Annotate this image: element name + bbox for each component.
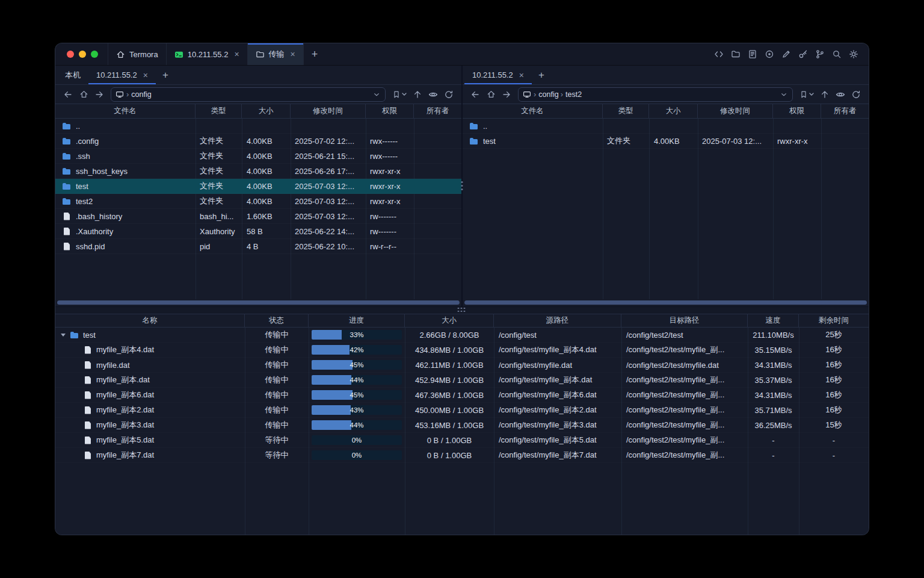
key-icon[interactable]	[798, 49, 808, 59]
chevron-down-icon[interactable]	[780, 90, 788, 99]
transfer-row[interactable]: myfile_副本7.dat 等待中 0% 0 B / 1.00GB /conf…	[55, 448, 869, 463]
splitter-grip[interactable]	[458, 308, 467, 314]
edit-icon[interactable]	[781, 49, 791, 59]
show-hidden-button[interactable]	[833, 87, 848, 102]
up-directory-button[interactable]	[818, 87, 832, 102]
transfer-splitter[interactable]	[55, 306, 869, 314]
breadcrumb-segment[interactable]: › config	[126, 90, 152, 99]
file-row[interactable]: sshd.pid pid 4 B 2025-06-22 10:... rw-r-…	[55, 239, 461, 254]
transfer-row[interactable]: myfile_副本6.dat 传输中 45% 467.36MB / 1.00GB…	[55, 388, 869, 403]
horizontal-scrollbar[interactable]	[57, 300, 460, 305]
column-header-type[interactable]: 类型	[196, 104, 242, 118]
transfer-row[interactable]: myfile.dat 传输中 45% 462.11MB / 1.00GB /co…	[55, 358, 869, 373]
new-tab-button[interactable]: +	[304, 43, 326, 65]
add-session-tab-button[interactable]: +	[532, 66, 551, 84]
transfer-row[interactable]: myfile_副本5.dat 等待中 0% 0 B / 1.00GB /conf…	[55, 433, 869, 448]
log-icon[interactable]	[748, 49, 757, 59]
close-window-button[interactable]	[67, 51, 74, 58]
forward-button[interactable]	[92, 87, 106, 102]
chevron-down-icon[interactable]	[372, 90, 381, 99]
column-header-perm[interactable]: 权限	[773, 104, 821, 118]
column-header-remaining[interactable]: 剩余时间	[799, 314, 869, 327]
file-row[interactable]: ..	[55, 119, 461, 134]
search-icon[interactable]	[832, 49, 842, 59]
tab-session[interactable]: 10.211.55.2 ×	[88, 66, 156, 84]
minimize-window-button[interactable]	[79, 51, 86, 58]
close-icon[interactable]: ×	[143, 71, 148, 79]
transfer-row[interactable]: myfile_副本4.dat 传输中 42% 434.86MB / 1.00GB…	[55, 343, 869, 358]
settings-icon[interactable]	[849, 49, 858, 59]
file-row[interactable]: .bash_history bash_hi... 1.60KB 2025-07-…	[55, 209, 461, 224]
back-button[interactable]	[61, 87, 75, 102]
file-row[interactable]: .Xauthority Xauthority 58 B 2025-06-22 1…	[55, 224, 461, 239]
horizontal-scrollbar[interactable]	[464, 300, 867, 305]
tab-session[interactable]: 10.211.55.2 ×	[464, 66, 532, 84]
column-header-size[interactable]: 大小	[242, 104, 291, 118]
file-row[interactable]: ..	[463, 119, 869, 134]
up-directory-button[interactable]	[410, 87, 425, 102]
bookmark-button[interactable]	[390, 90, 409, 99]
column-header-name[interactable]: 名称	[55, 314, 245, 327]
tab-session-10-211-55-2[interactable]: 10.211.55.2 ×	[167, 43, 248, 65]
transfer-row[interactable]: myfile_副本2.dat 传输中 43% 450.00MB / 1.00GB…	[55, 403, 869, 418]
close-icon[interactable]: ×	[291, 50, 295, 58]
file-row[interactable]: test 文件夹 4.00KB 2025-07-03 12:... rwxr-x…	[463, 134, 869, 149]
column-header-type[interactable]: 类型	[603, 104, 649, 118]
chevron-down-icon[interactable]	[60, 334, 66, 337]
transfer-row[interactable]: test 传输中 33% 2.66GB / 8.00GB /config/tes…	[55, 328, 869, 343]
column-header-perm[interactable]: 权限	[366, 104, 414, 118]
column-header-destination[interactable]: 目标路径	[621, 314, 748, 327]
transfer-row[interactable]: myfile_副本.dat 传输中 44% 452.94MB / 1.00GB …	[55, 373, 869, 388]
transfer-progress-cell: 44%	[309, 420, 405, 430]
breadcrumb-segment[interactable]: › test2	[561, 90, 582, 99]
file-icon	[83, 376, 93, 385]
left-nav-bar: › config	[55, 85, 461, 104]
transfer-speed: 34.31MB/s	[748, 391, 799, 400]
column-header-speed[interactable]: 速度	[748, 314, 799, 327]
close-icon[interactable]: ×	[519, 71, 524, 79]
folder-icon[interactable]	[731, 49, 741, 59]
file-row[interactable]: test2 文件夹 4.00KB 2025-07-03 12:... rwxr-…	[55, 194, 461, 209]
close-icon[interactable]: ×	[234, 50, 239, 58]
file-name-cell: test2	[55, 197, 196, 206]
bookmark-button[interactable]	[797, 90, 816, 99]
column-header-mtime[interactable]: 修改时间	[291, 104, 366, 118]
add-session-tab-button[interactable]: +	[156, 66, 175, 84]
transfer-speed: 35.37MB/s	[748, 376, 799, 385]
file-row[interactable]: .config 文件夹 4.00KB 2025-07-02 12:... rwx…	[55, 134, 461, 149]
forward-button[interactable]	[499, 87, 514, 102]
file-row[interactable]: ssh_host_keys 文件夹 4.00KB 2025-06-26 17:.…	[55, 164, 461, 179]
path-bar[interactable]: › config › test2	[518, 87, 793, 102]
record-icon[interactable]	[765, 49, 774, 59]
progress-label: 0%	[312, 435, 402, 445]
path-bar[interactable]: › config	[111, 87, 386, 102]
tab-label: 10.211.55.2	[188, 50, 229, 59]
column-header-name[interactable]: 文件名	[55, 104, 196, 118]
column-header-size[interactable]: 大小	[405, 314, 494, 327]
tab-transfer[interactable]: 传输 ×	[248, 43, 304, 65]
column-header-owner[interactable]: 所有者	[821, 104, 869, 118]
refresh-button[interactable]	[442, 87, 456, 102]
column-header-status[interactable]: 状态	[245, 314, 309, 327]
breadcrumb-segment[interactable]: › config	[534, 90, 559, 99]
transfer-row[interactable]: myfile_副本3.dat 传输中 44% 453.16MB / 1.00GB…	[55, 418, 869, 433]
column-header-source[interactable]: 源路径	[494, 314, 621, 327]
branch-icon[interactable]	[815, 49, 825, 59]
file-mtime: 2025-06-22 10:...	[291, 242, 366, 251]
home-button[interactable]	[484, 87, 498, 102]
column-header-name[interactable]: 文件名	[463, 104, 603, 118]
refresh-button[interactable]	[849, 87, 863, 102]
column-header-owner[interactable]: 所有者	[414, 104, 461, 118]
code-icon[interactable]	[714, 49, 724, 59]
column-header-progress[interactable]: 进度	[309, 314, 405, 327]
show-hidden-button[interactable]	[426, 87, 440, 102]
tab-local[interactable]: 本机	[57, 66, 88, 84]
zoom-window-button[interactable]	[91, 51, 98, 58]
file-row[interactable]: test 文件夹 4.00KB 2025-07-03 12:... rwxr-x…	[55, 179, 461, 194]
back-button[interactable]	[468, 87, 482, 102]
tab-termora[interactable]: Termora	[108, 43, 167, 65]
file-row[interactable]: .ssh 文件夹 4.00KB 2025-06-21 15:... rwx---…	[55, 149, 461, 164]
column-header-size[interactable]: 大小	[649, 104, 698, 118]
column-header-mtime[interactable]: 修改时间	[698, 104, 773, 118]
home-button[interactable]	[76, 87, 91, 102]
